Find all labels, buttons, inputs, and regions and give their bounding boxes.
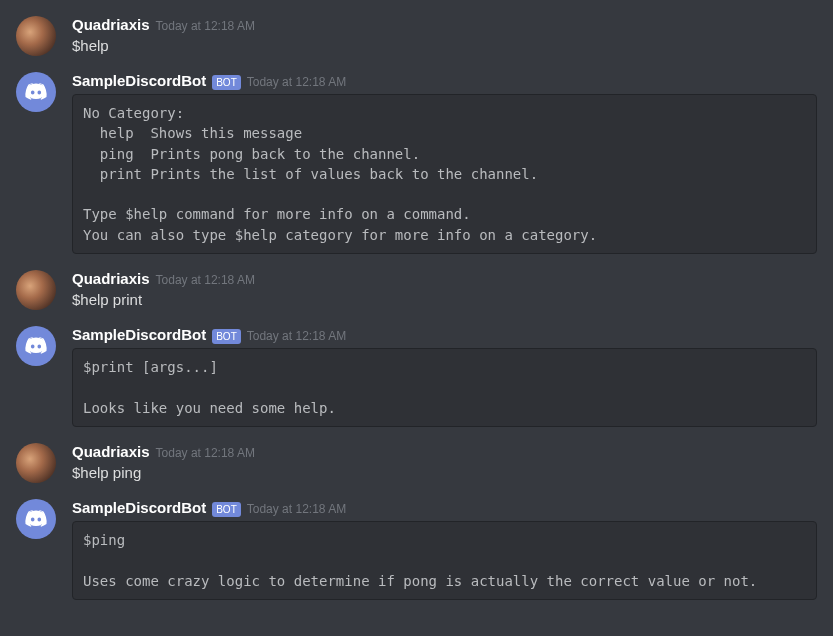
message-header: Quadriaxis Today at 12:18 AM — [72, 270, 817, 287]
message-header: SampleDiscordBot BOT Today at 12:18 AM — [72, 499, 817, 517]
message-item[interactable]: SampleDiscordBot BOT Today at 12:18 AM N… — [16, 56, 817, 254]
username[interactable]: Quadriaxis — [72, 270, 150, 287]
message-header: Quadriaxis Today at 12:18 AM — [72, 16, 817, 33]
username[interactable]: SampleDiscordBot — [72, 499, 206, 516]
code-block: $print [args...] Looks like you need som… — [72, 348, 817, 427]
message-header: SampleDiscordBot BOT Today at 12:18 AM — [72, 72, 817, 90]
message-body: SampleDiscordBot BOT Today at 12:18 AM $… — [72, 326, 817, 427]
username[interactable]: SampleDiscordBot — [72, 326, 206, 343]
message-body: Quadriaxis Today at 12:18 AM $help ping — [72, 443, 817, 483]
username[interactable]: Quadriaxis — [72, 443, 150, 460]
message-item[interactable]: SampleDiscordBot BOT Today at 12:18 AM $… — [16, 310, 817, 427]
message-body: SampleDiscordBot BOT Today at 12:18 AM N… — [72, 72, 817, 254]
discord-icon — [24, 334, 48, 358]
code-block: No Category: help Shows this message pin… — [72, 94, 817, 254]
message-item[interactable]: Quadriaxis Today at 12:18 AM $help ping — [16, 427, 817, 483]
message-body: SampleDiscordBot BOT Today at 12:18 AM $… — [72, 499, 817, 600]
message-list: Quadriaxis Today at 12:18 AM $help Sampl… — [0, 0, 833, 616]
discord-icon — [24, 80, 48, 104]
avatar[interactable] — [16, 499, 56, 539]
message-item[interactable]: Quadriaxis Today at 12:18 AM $help print — [16, 254, 817, 310]
timestamp: Today at 12:18 AM — [156, 19, 255, 33]
message-body: Quadriaxis Today at 12:18 AM $help print — [72, 270, 817, 310]
timestamp: Today at 12:18 AM — [247, 329, 346, 343]
bot-badge: BOT — [212, 75, 241, 90]
timestamp: Today at 12:18 AM — [247, 502, 346, 516]
message-item[interactable]: SampleDiscordBot BOT Today at 12:18 AM $… — [16, 483, 817, 600]
bot-badge: BOT — [212, 329, 241, 344]
bot-badge: BOT — [212, 502, 241, 517]
timestamp: Today at 12:18 AM — [156, 446, 255, 460]
code-block: $ping Uses come crazy logic to determine… — [72, 521, 817, 600]
avatar[interactable] — [16, 270, 56, 310]
message-text: $help ping — [72, 462, 817, 483]
message-header: SampleDiscordBot BOT Today at 12:18 AM — [72, 326, 817, 344]
timestamp: Today at 12:18 AM — [156, 273, 255, 287]
message-header: Quadriaxis Today at 12:18 AM — [72, 443, 817, 460]
message-text: $help — [72, 35, 817, 56]
username[interactable]: Quadriaxis — [72, 16, 150, 33]
avatar[interactable] — [16, 16, 56, 56]
discord-icon — [24, 507, 48, 531]
avatar[interactable] — [16, 72, 56, 112]
message-item[interactable]: Quadriaxis Today at 12:18 AM $help — [16, 0, 817, 56]
message-text: $help print — [72, 289, 817, 310]
message-body: Quadriaxis Today at 12:18 AM $help — [72, 16, 817, 56]
username[interactable]: SampleDiscordBot — [72, 72, 206, 89]
avatar[interactable] — [16, 326, 56, 366]
timestamp: Today at 12:18 AM — [247, 75, 346, 89]
avatar[interactable] — [16, 443, 56, 483]
